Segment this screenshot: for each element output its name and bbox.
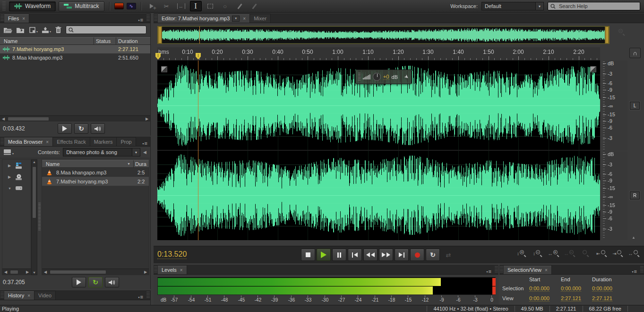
panel-menu-icon[interactable]: ▾≡ — [484, 269, 494, 274]
help-search-input[interactable] — [558, 3, 637, 9]
hud-grip[interactable] — [358, 73, 361, 81]
zoom-in-time-icon[interactable]: ↔+ — [548, 250, 560, 257]
panel-grip[interactable] — [146, 15, 150, 21]
workspace-dropdown[interactable]: Default ▼ — [481, 2, 544, 10]
scroll-up-icon[interactable]: ▲ — [632, 235, 635, 240]
column-duration[interactable]: Dura — [134, 161, 149, 167]
zoom-reset-icon[interactable] — [580, 250, 592, 257]
column-duration[interactable]: Duration — [116, 38, 150, 44]
media-list-hscrollbar[interactable]: ◀▶ — [42, 269, 149, 275]
tab-media-browser[interactable]: Media Browser× — [4, 137, 53, 146]
editor-file-dropdown-icon[interactable]: ▼ — [232, 16, 240, 22]
insert-into-multitrack-icon[interactable]: ▾ — [42, 27, 51, 33]
paintbrush-tool-icon[interactable] — [234, 1, 246, 11]
scroll-left-icon[interactable]: ◀ — [42, 269, 49, 275]
trash-icon[interactable] — [55, 26, 61, 33]
close-icon[interactable]: × — [243, 16, 246, 21]
close-icon[interactable]: × — [27, 293, 30, 298]
tab-history[interactable]: History× — [4, 291, 34, 300]
view-range-right-handle[interactable] — [605, 26, 609, 43]
tree-hscrollbar[interactable]: ◀▶ — [2, 269, 31, 275]
files-search-input[interactable] — [76, 26, 144, 33]
rewind-button[interactable] — [363, 249, 378, 261]
zoom-out-amplitude-icon[interactable]: ↕− — [532, 250, 544, 257]
lasso-selection-tool-icon[interactable]: ○ — [219, 1, 231, 11]
zoom-in-at-out-point-icon[interactable]: ⇥ — [612, 250, 624, 257]
loop-playback-button[interactable]: ↻ — [426, 249, 440, 261]
files-list-header[interactable]: Name Status Duration — [0, 37, 150, 45]
tree-item-hard-drive[interactable]: ▼ — [2, 182, 31, 194]
panel-grip[interactable] — [0, 138, 4, 145]
left-channel-button[interactable]: L — [630, 102, 640, 110]
tab-levels[interactable]: Levels× — [158, 265, 187, 274]
scroll-thumb[interactable] — [8, 117, 49, 121]
view-end-value[interactable]: 2:27.121 — [561, 295, 581, 302]
scroll-right-icon[interactable]: ▶ — [142, 269, 149, 275]
panel-grip[interactable] — [495, 266, 498, 273]
view-mode-icon[interactable]: ▾ — [4, 149, 14, 155]
stop-button[interactable] — [301, 249, 315, 261]
scroll-left-icon[interactable]: ◀ — [0, 116, 7, 122]
marker-pin-icon[interactable] — [155, 53, 161, 60]
panel-grip[interactable] — [0, 15, 4, 21]
selection-start-value[interactable]: 0:00.000 — [529, 286, 550, 292]
move-to-previous-button[interactable] — [348, 249, 362, 261]
time-display[interactable]: 0:13.520 — [157, 250, 187, 259]
view-duration-value[interactable]: 2:27.121 — [592, 295, 612, 302]
open-file-icon[interactable] — [4, 27, 12, 33]
zoom-in-amplitude-icon[interactable]: ↕+ — [515, 250, 528, 257]
files-hscrollbar[interactable]: ◀▶ — [0, 115, 150, 121]
clip-indicator-left[interactable] — [492, 278, 496, 286]
tab-video[interactable]: Video — [34, 291, 56, 300]
panel-grip[interactable] — [0, 292, 4, 298]
column-status[interactable]: Status — [94, 38, 116, 44]
waveform-display[interactable]: +0 dB ➤ — [157, 61, 600, 240]
overview-waveform[interactable] — [158, 26, 609, 43]
amplitude-ruler-left[interactable]: dB-3-6-9-15-∞-15-9-6-3 — [603, 61, 627, 150]
tab-markers[interactable]: Markers — [90, 137, 117, 146]
tab-properties[interactable]: Prop — [117, 137, 136, 146]
zoom-to-selection-icon[interactable]: ↔ — [628, 250, 640, 257]
panel-menu-icon[interactable]: ▾≡ — [629, 269, 640, 274]
multitrack-view-button[interactable]: Multitrack — [59, 1, 104, 11]
panel-grip[interactable] — [146, 292, 150, 298]
time-selection-tool-icon[interactable]: I — [190, 1, 202, 11]
media-row[interactable]: 7.Mathei horyang.mp3 2:2 — [42, 177, 149, 186]
close-icon[interactable]: × — [180, 268, 183, 273]
corner-handle-icon[interactable] — [161, 66, 167, 72]
fast-forward-button[interactable] — [379, 249, 393, 261]
import-file-icon[interactable] — [17, 27, 25, 33]
zoom-out-time-icon[interactable]: ↔− — [564, 250, 576, 257]
scroll-thumb[interactable] — [32, 166, 36, 218]
tab-selection-view[interactable]: Selection/View× — [504, 265, 552, 274]
column-name[interactable]: Name — [0, 38, 94, 44]
media-row[interactable]: 8.Maa khangapo.mp3 2:5 — [42, 168, 149, 177]
file-row[interactable]: 8.Maa khangapo.mp3 2:51.650 — [0, 53, 150, 62]
waveform-display-icon[interactable]: ∿ — [127, 3, 136, 9]
media-list-header[interactable]: Name ▼ Dura — [42, 160, 149, 168]
panel-menu-icon[interactable]: ▾≡ — [140, 140, 150, 146]
view-range-left-handle[interactable] — [158, 26, 162, 43]
scroll-thumb[interactable] — [10, 270, 18, 274]
scroll-left-icon[interactable]: ◀ — [2, 269, 9, 275]
close-icon[interactable]: × — [545, 268, 548, 273]
tree-vscrollbar[interactable]: ▲▼ — [31, 159, 37, 275]
preview-play-button[interactable] — [72, 277, 86, 287]
selection-end-value[interactable]: 0:00.000 — [561, 286, 581, 292]
gain-knob[interactable] — [373, 73, 381, 81]
contents-dropdown[interactable]: Dharreo photo & song ▼ — [63, 148, 140, 156]
move-to-next-button[interactable] — [395, 249, 409, 261]
scroll-right-icon[interactable]: ▶ — [24, 269, 31, 275]
tab-editor[interactable]: Editor: 7.Mathei horyang.mp3 ▼ × — [158, 14, 250, 23]
corner-handle-icon[interactable] — [590, 66, 596, 72]
view-start-value[interactable]: 0:00.000 — [529, 295, 550, 302]
marquee-selection-tool-icon[interactable] — [205, 1, 216, 11]
spot-healing-brush-tool-icon[interactable] — [249, 1, 260, 11]
toolbar-grip[interactable] — [2, 1, 6, 11]
skip-selection-button[interactable]: ⇄ — [441, 249, 455, 261]
panel-menu-icon[interactable]: ▾≡ — [136, 294, 146, 300]
panel-grip[interactable] — [500, 266, 503, 273]
marker-pin-icon[interactable] — [196, 53, 201, 60]
slip-tool-icon[interactable]: ↔ — [175, 1, 187, 11]
tab-files[interactable]: Files× — [4, 14, 29, 23]
